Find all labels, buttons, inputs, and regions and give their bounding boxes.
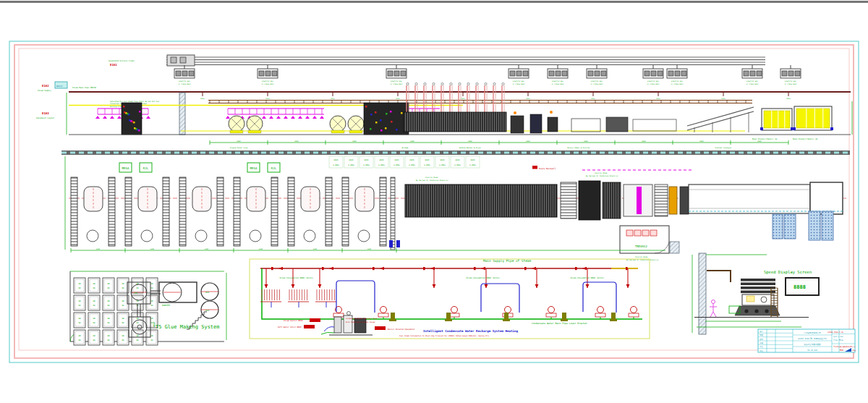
side-elevation: Speed Display Screen 8888 bbox=[692, 253, 819, 334]
crane-hanger-units: Electric Box2T Crane RailElectric Box2T … bbox=[174, 65, 801, 85]
control-room-label-3: Control Room bbox=[635, 256, 648, 258]
control-room-label-1: Control Room bbox=[425, 177, 438, 179]
callout-boiler: Boiler Related Equipment bbox=[388, 328, 415, 331]
table-cell: DN25 bbox=[456, 159, 460, 161]
single-facer-block bbox=[122, 103, 142, 135]
cell-label: 08 bbox=[122, 322, 124, 324]
cell-label: 08 bbox=[107, 287, 110, 289]
title-block-role: 校对 bbox=[759, 338, 764, 341]
title-block-row: 设备工艺平面布置图 bbox=[804, 343, 821, 346]
callout-steam-outlet: Steam Outlet DN50 bbox=[284, 320, 303, 322]
equipment-layout-label: Equipment Layout bbox=[36, 117, 54, 119]
title-block-meta: 比例 1:100 bbox=[833, 336, 843, 338]
hanger-unit: Electric Box2T Crane Rail bbox=[174, 65, 195, 85]
cell-label: GB bbox=[107, 318, 110, 320]
hanger-label: 2T Crane Rail bbox=[784, 83, 797, 85]
flow-arrow bbox=[582, 267, 587, 270]
cell-label: 08 bbox=[150, 305, 153, 307]
hanger-label: 2T Crane Rail bbox=[512, 83, 525, 85]
dim-value: 8000 bbox=[294, 140, 299, 143]
corrugator-layout-drawing: Suspended Service Crane E1A1 Electric Bo… bbox=[0, 0, 868, 403]
condensate-jumper-pipe bbox=[336, 281, 375, 313]
hanger-unit: Electric Box2T Crane Rail bbox=[509, 65, 529, 85]
overhead-truss bbox=[208, 101, 752, 103]
table-cell: DN25 bbox=[425, 159, 430, 161]
section-label: Stacker Conveyor bbox=[715, 147, 732, 149]
table-cell: 0.3MPa bbox=[363, 164, 370, 166]
cell-label: 08 bbox=[78, 305, 81, 307]
pallet bbox=[773, 214, 783, 239]
red-fine-print: Fuel Steam Consumption Is About 8kg Prod… bbox=[399, 335, 489, 337]
dry-end-machines bbox=[511, 111, 676, 133]
cell-label: 08 bbox=[150, 339, 153, 342]
dim-value: 8000 bbox=[526, 140, 530, 143]
steam-tick: DN25 bbox=[200, 92, 205, 100]
roll-stand-plan bbox=[288, 177, 332, 246]
dim-value: 5600 bbox=[313, 248, 318, 250]
cell-label: GB bbox=[150, 318, 153, 320]
roller-bar bbox=[741, 291, 775, 294]
pipe-fitting bbox=[423, 267, 425, 270]
mrs-box-label: MRSA bbox=[250, 166, 258, 170]
cell-label: 08 bbox=[122, 305, 124, 307]
plan-view: MRSARJLMRSARJL DN250.3MPaDN250.3MPaDN250… bbox=[61, 150, 850, 261]
dim-value: 5600 bbox=[205, 248, 209, 250]
roll-stand-elevation bbox=[348, 116, 364, 133]
intelligent-note: Intelligent Condensate Water Recharge Sy… bbox=[423, 329, 519, 333]
glue-pallet-cell: GB08 bbox=[103, 313, 114, 328]
radiator-comb bbox=[260, 289, 281, 307]
title-block-role: 审核 bbox=[760, 342, 764, 344]
roll-stand-plan bbox=[125, 177, 169, 246]
blue-mark bbox=[389, 240, 393, 247]
cell-label: 08 bbox=[93, 287, 95, 289]
roll-stand-elevation bbox=[247, 116, 263, 133]
cad-drawing-canvas: Suspended Service Crane E1A1 Electric Bo… bbox=[0, 0, 868, 403]
cell-label: GB bbox=[78, 283, 81, 285]
stacker1-label: Down Stacker(Spare) 1# bbox=[752, 138, 778, 140]
steam-tick-label: DN25 bbox=[200, 98, 205, 100]
callout-soft-water: Soft Water Inlet DN25 bbox=[278, 326, 302, 328]
speed-display-value: 8888 bbox=[793, 284, 806, 290]
table-cell: 0.3MPa bbox=[409, 164, 415, 166]
hanger-unit: Electric Box2T Crane Rail bbox=[548, 65, 568, 85]
section-label: Double Backer & Dryer bbox=[459, 147, 482, 149]
glue-pallet-cell: GB08 bbox=[103, 295, 114, 310]
plan-dimension-chain: 560056005600560056005600 bbox=[71, 248, 665, 253]
glue-system-title: T5 Glue Making System bbox=[156, 324, 220, 330]
glue-pallet-cell: GB08 bbox=[74, 313, 85, 328]
hanger-unit: Electric Box2T Crane Rail bbox=[667, 65, 687, 85]
table-cell: DN25 bbox=[365, 159, 369, 161]
table-cell: DN25 bbox=[349, 159, 354, 161]
hanger-label: 2T Crane Rail bbox=[390, 83, 403, 85]
steam-piping-schematic: Main Supply Pipe of Steam Steam Consumpt… bbox=[250, 259, 650, 339]
cell-label: GB bbox=[150, 335, 153, 337]
board-stack bbox=[793, 106, 833, 130]
steam-tick-label: DN25 bbox=[656, 98, 660, 100]
pallet bbox=[822, 211, 833, 240]
table-cell: 0.3MPa bbox=[378, 164, 385, 166]
consumption-label: Steam Consumption DN80 (Units) bbox=[571, 277, 605, 279]
table-cell: 0.3MPa bbox=[454, 164, 461, 166]
condensate-jumper-pipe bbox=[583, 282, 616, 313]
cell-label: 08 bbox=[150, 287, 153, 289]
callout-swatch-2 bbox=[304, 325, 315, 328]
callout-swatch-1 bbox=[310, 318, 320, 322]
bracket-foot bbox=[610, 319, 617, 321]
control-room-label-6: By Series Or Condition Electric bbox=[586, 175, 618, 177]
cell-label: GB bbox=[122, 300, 124, 302]
cell-label: 08 bbox=[78, 339, 81, 342]
roll-stand-plan bbox=[342, 177, 386, 246]
steam-tick: DN25 bbox=[396, 92, 400, 100]
pipe-fitting bbox=[322, 267, 324, 270]
cell-label: 08 bbox=[78, 322, 81, 324]
blue-mark bbox=[396, 240, 400, 247]
dim-value: 8000 bbox=[237, 140, 241, 143]
utility-table: DN250.3MPaDN250.3MPaDN250.3MPaDN250.3MPa… bbox=[329, 156, 480, 168]
pallet bbox=[809, 211, 820, 240]
pipe-fitting bbox=[626, 267, 628, 270]
condensate-pump bbox=[629, 307, 639, 320]
steam-tick: DN25 bbox=[331, 92, 335, 100]
steam-tick: DN25 bbox=[461, 92, 465, 100]
title-block-role: 批准 bbox=[760, 349, 764, 352]
crane-code: E1A1 bbox=[110, 63, 117, 67]
